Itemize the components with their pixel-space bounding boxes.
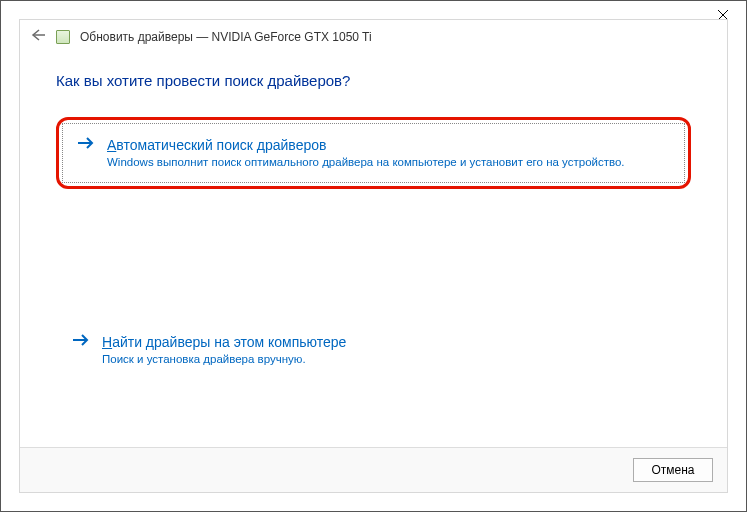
dialog-footer: Отмена: [20, 447, 727, 492]
option-browse-title: Найти драйверы на этом компьютере: [102, 333, 675, 351]
option-auto-search[interactable]: Автоматический поиск драйверов Windows в…: [63, 124, 684, 182]
page-heading: Как вы хотите провести поиск драйверов?: [56, 72, 691, 89]
back-arrow-icon: [30, 28, 46, 42]
dialog-title: Обновить драйверы — NVIDIA GeForce GTX 1…: [80, 30, 372, 44]
dialog-content: Как вы хотите провести поиск драйверов? …: [20, 54, 727, 447]
option-browse-local[interactable]: Найти драйверы на этом компьютере Поиск …: [56, 319, 691, 381]
back-button[interactable]: [30, 28, 46, 46]
option-auto-desc: Windows выполнит поиск оптимального драй…: [107, 154, 670, 170]
device-icon: [56, 30, 70, 44]
arrow-right-icon: [72, 333, 90, 351]
option-auto-title: Автоматический поиск драйверов: [107, 136, 670, 154]
option-browse-desc: Поиск и установка драйвера вручную.: [102, 351, 675, 367]
option-browse-texts: Найти драйверы на этом компьютере Поиск …: [102, 333, 675, 367]
dialog-window: Обновить драйверы — NVIDIA GeForce GTX 1…: [0, 0, 747, 512]
highlighted-option-frame: Автоматический поиск драйверов Windows в…: [56, 117, 691, 189]
highlighted-option-inner: Автоматический поиск драйверов Windows в…: [62, 123, 685, 183]
cancel-button[interactable]: Отмена: [633, 458, 713, 482]
option-auto-texts: Автоматический поиск драйверов Windows в…: [107, 136, 670, 170]
arrow-right-icon: [77, 136, 95, 154]
dialog-header: Обновить драйверы — NVIDIA GeForce GTX 1…: [20, 20, 727, 54]
dialog-inner: Обновить драйверы — NVIDIA GeForce GTX 1…: [19, 19, 728, 493]
